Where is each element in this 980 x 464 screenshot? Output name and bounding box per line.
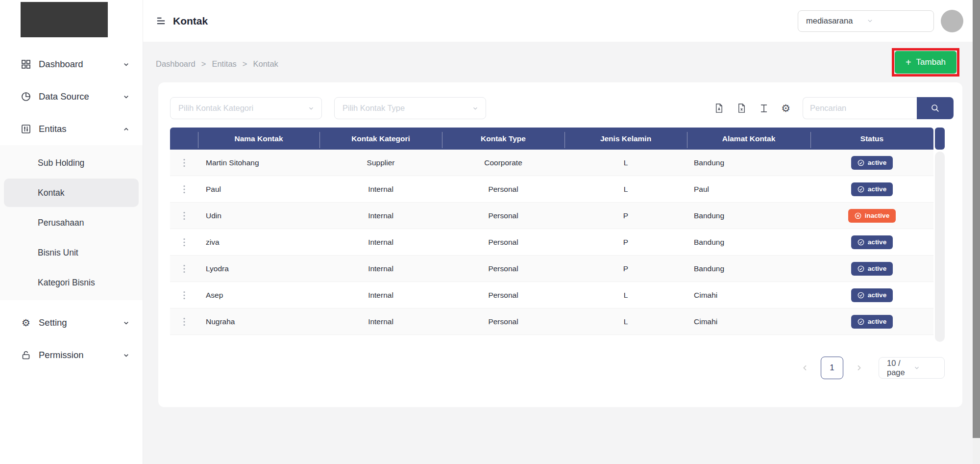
sidebar-item-kategori-bisnis[interactable]: Kategori Bisnis	[4, 268, 139, 297]
sub-item-label: Kontak	[38, 188, 64, 198]
cell-alamat: Paul	[687, 185, 810, 194]
cell-type: Personal	[442, 317, 564, 326]
cell-kategori: Internal	[319, 211, 442, 220]
window-scrollbar-thumb[interactable]	[973, 0, 980, 438]
table-scrollbar-track[interactable]	[935, 152, 945, 342]
search-button[interactable]	[917, 97, 954, 119]
text-height-icon[interactable]	[759, 103, 769, 113]
row-menu-icon[interactable]	[170, 264, 198, 273]
cell-alamat: Cimahi	[687, 317, 810, 326]
cell-jenis-kelamin: P	[564, 211, 687, 220]
sub-item-label: Perusahaan	[38, 218, 84, 228]
table-row: Lyodra Internal Personal P Bandung activ…	[170, 256, 933, 282]
chevron-down-icon	[122, 93, 130, 101]
cell-kategori: Internal	[319, 238, 442, 247]
chevron-down-icon	[122, 61, 130, 68]
cell-jenis-kelamin: P	[564, 264, 687, 273]
chevron-down-icon	[122, 352, 130, 359]
app-window: Dashboard Data Source	[0, 0, 973, 464]
header-kontak-type: Kontak Type	[442, 128, 564, 150]
page-size-select[interactable]: 10 / page	[879, 357, 945, 379]
grid-icon	[21, 59, 31, 70]
kontak-type-select[interactable]: Pilih Kontak Type	[334, 97, 486, 119]
cell-kategori: Internal	[319, 291, 442, 300]
row-menu-icon[interactable]	[170, 317, 198, 326]
row-menu-icon[interactable]	[170, 291, 198, 300]
sidebar-item-setting[interactable]: ⚙ Setting	[0, 307, 143, 339]
cell-nama: Lyodra	[198, 264, 319, 273]
breadcrumb-item-entitas[interactable]: Entitas	[212, 59, 236, 69]
cell-alamat: Bandung	[687, 264, 810, 273]
sidebar-item-label: Data Source	[39, 91, 122, 102]
status-badge: active	[851, 315, 893, 329]
header-nama-kontak: Nama Kontak	[198, 128, 319, 150]
sidebar-item-label: Permission	[39, 350, 122, 361]
entitas-submenu: Sub Holding Kontak Perusahaan Bisnis Uni…	[0, 145, 143, 300]
table-scrollbar-header-cap	[935, 128, 945, 150]
cell-type: Personal	[442, 264, 564, 273]
next-page-icon[interactable]	[853, 362, 865, 374]
row-menu-icon[interactable]	[170, 185, 198, 194]
sidebar-item-perusahaan[interactable]: Perusahaan	[4, 208, 139, 237]
sidebar-item-permission[interactable]: Permission	[0, 339, 143, 371]
sub-item-label: Sub Holding	[38, 158, 84, 168]
row-menu-icon[interactable]	[170, 158, 198, 167]
sidebar-item-data-source[interactable]: Data Source	[0, 80, 143, 113]
cell-jenis-kelamin: L	[564, 185, 687, 194]
file-excel-icon[interactable]	[736, 103, 747, 113]
prev-page-icon[interactable]	[799, 362, 811, 374]
topbar: Kontak mediasarana	[143, 0, 973, 42]
sidebar-item-kontak[interactable]: Kontak	[4, 179, 139, 207]
sidebar-item-dashboard[interactable]: Dashboard	[0, 48, 143, 80]
pie-chart-icon	[21, 91, 31, 102]
sidebar-item-bisnis-unit[interactable]: Bisnis Unit	[4, 238, 139, 267]
cell-alamat: Cimahi	[687, 291, 810, 300]
cell-jenis-kelamin: L	[564, 158, 687, 167]
sub-item-label: Kategori Bisnis	[38, 278, 95, 288]
file-pdf-icon[interactable]	[714, 103, 724, 113]
row-menu-icon[interactable]	[170, 238, 198, 247]
tambah-button[interactable]: + Tambah	[895, 51, 956, 74]
filter-toolbar-row: Pilih Kontak Kategori Pilih Kontak Type	[170, 97, 954, 119]
table-row: Udin Internal Personal P Bandung inactiv…	[170, 203, 933, 229]
unlock-icon	[21, 350, 31, 361]
cell-nama: Paul	[198, 185, 319, 194]
sidebar-item-label: Dashboard	[39, 59, 122, 70]
workspace-select-value: mediasarana	[806, 16, 866, 26]
cell-jenis-kelamin: L	[564, 317, 687, 326]
plus-icon: +	[906, 57, 911, 67]
chevron-down-icon	[308, 105, 315, 112]
kontak-kategori-select[interactable]: Pilih Kontak Kategori	[170, 97, 322, 119]
menu-fold-icon[interactable]	[156, 16, 166, 26]
chevron-down-icon	[472, 105, 479, 112]
sidebar-nav: Dashboard Data Source	[0, 37, 143, 371]
table-row: Asep Internal Personal L Cimahi active	[170, 282, 933, 309]
sidebar-item-sub-holding[interactable]: Sub Holding	[4, 149, 139, 177]
cell-nama: Nugraha	[198, 317, 319, 326]
breadcrumb: Dashboard > Entitas > Kontak	[156, 59, 278, 69]
cell-nama: Udin	[198, 211, 319, 220]
gear-icon: ⚙	[21, 317, 31, 328]
row-menu-icon[interactable]	[170, 211, 198, 220]
cell-nama: Martin Sitohang	[198, 158, 319, 167]
page-number-button[interactable]: 1	[821, 357, 843, 379]
cell-kategori: Supplier	[319, 158, 442, 167]
table-toolbar: ⚙	[714, 103, 790, 113]
breadcrumb-item-kontak: Kontak	[253, 59, 278, 69]
column-settings-icon[interactable]: ⚙	[781, 103, 790, 113]
logo	[21, 2, 108, 37]
cell-type: Personal	[442, 291, 564, 300]
sliders-icon	[21, 124, 31, 134]
avatar[interactable]	[941, 10, 963, 32]
window-scrollbar[interactable]	[973, 0, 980, 464]
search-input[interactable]	[803, 97, 917, 119]
pagination: 1 10 / page	[170, 357, 954, 379]
table-row: Nugraha Internal Personal L Cimahi activ…	[170, 309, 933, 335]
breadcrumb-separator: >	[201, 59, 206, 69]
breadcrumb-item-dashboard[interactable]: Dashboard	[156, 59, 196, 69]
header-status: Status	[810, 128, 933, 150]
cell-jenis-kelamin: P	[564, 238, 687, 247]
status-badge: active	[851, 288, 893, 302]
workspace-select[interactable]: mediasarana	[798, 10, 934, 32]
sidebar-item-entitas[interactable]: Entitas	[0, 113, 143, 145]
